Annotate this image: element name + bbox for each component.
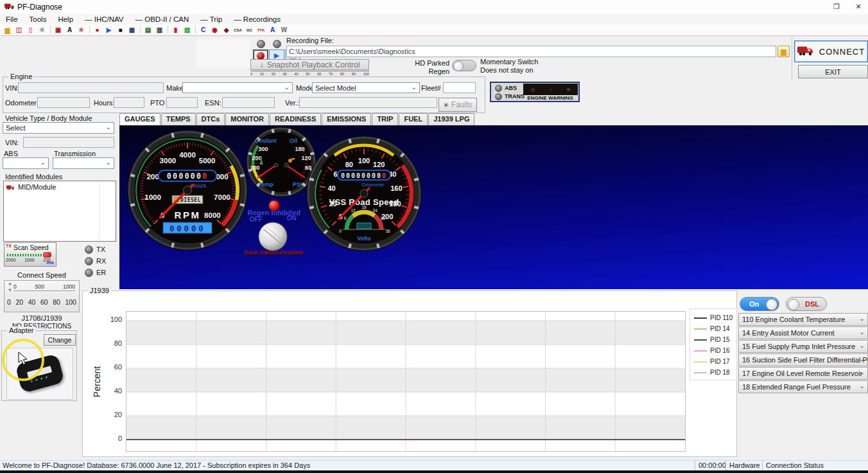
wabco-logo-icon[interactable]: W bbox=[279, 25, 290, 35]
menu-item-recordings[interactable]: — Recordings bbox=[228, 15, 286, 24]
connect-button[interactable]: CONNECT bbox=[794, 40, 868, 62]
make-select[interactable]: ⌄ bbox=[182, 82, 293, 93]
detroit-logo-icon[interactable]: ◉ bbox=[209, 25, 220, 35]
stop-lamp-icon: ● bbox=[549, 87, 552, 93]
pid-select-14[interactable]: 14 Entry Assist Motor Current⌄ bbox=[738, 326, 868, 339]
snapshot-playback-button[interactable]: ↓ Snapshot Playback Control bbox=[250, 59, 369, 70]
dash-switch-knob[interactable] bbox=[257, 221, 288, 253]
pid-select-17[interactable]: 17 Engine Oil Level Remote Reservoir⌄ bbox=[738, 367, 868, 380]
toggle-knob bbox=[766, 299, 777, 310]
menu-item-ihc-nav[interactable]: — IHC/NAV bbox=[79, 15, 130, 24]
truck-icon[interactable]: ▣ bbox=[53, 25, 64, 35]
fleet-field[interactable] bbox=[443, 82, 476, 93]
pid-select-15[interactable]: 15 Fuel Supply Pump Inlet Pressure⌄ bbox=[738, 340, 868, 353]
eraser-icon[interactable]: ▯ bbox=[25, 25, 36, 35]
pid-on-toggle[interactable]: On bbox=[740, 297, 779, 311]
legend-entry-pid-15: PID 15 bbox=[694, 334, 736, 345]
close-button[interactable]: ✕ bbox=[849, 0, 868, 13]
svg-text:RPM: RPM bbox=[175, 210, 201, 220]
settings-gear-icon[interactable]: ✳ bbox=[37, 25, 48, 35]
tab-bar: GAUGESTEMPSDTCsMONITORREADINESSEMISSIONS… bbox=[119, 113, 475, 125]
pid-select-value: 14 Entry Assist Motor Current bbox=[742, 329, 835, 337]
tab-emissions[interactable]: EMISSIONS bbox=[322, 113, 371, 125]
connect-speed-tick: 40 bbox=[28, 298, 36, 306]
dsl-toggle-label: DSL bbox=[805, 300, 819, 308]
browse-folder-button[interactable]: ▆ bbox=[777, 46, 790, 57]
tab-j1939-lpg[interactable]: J1939 LPG bbox=[428, 113, 474, 125]
connect-speed-gauge: ▼▼ 05001000 020406080100 bbox=[4, 280, 80, 312]
odometer-field[interactable] bbox=[37, 97, 90, 108]
stop-icon[interactable]: ■ bbox=[115, 25, 126, 35]
csa-logo-icon[interactable]: CSA bbox=[232, 25, 243, 35]
svg-text:Oil: Oil bbox=[290, 138, 297, 144]
connect-speed-bottom-scale: 020406080100 bbox=[7, 298, 76, 306]
vin-field[interactable] bbox=[18, 82, 164, 93]
svg-text:Coolant: Coolant bbox=[255, 138, 277, 144]
open-folder-icon[interactable]: ▆ bbox=[2, 25, 13, 35]
oc-logo-icon[interactable]: OC bbox=[244, 25, 255, 35]
svg-text:000000000: 000000000 bbox=[341, 172, 387, 179]
faults-button[interactable]: ✳ Faults bbox=[438, 98, 477, 112]
hd-parked-regen-toggle[interactable] bbox=[452, 60, 476, 71]
rpm-calendar-icon[interactable]: ▦ bbox=[126, 25, 137, 35]
vehicle-type-label: Vehicle Type / Body Module bbox=[5, 114, 92, 122]
scan-speed-indicator bbox=[43, 252, 51, 258]
svg-text:0: 0 bbox=[339, 229, 342, 233]
y-axis-tick-label: 20 bbox=[104, 411, 122, 418]
vehicle-type-select[interactable]: Select ⌄ bbox=[3, 122, 114, 134]
esn-field[interactable] bbox=[222, 97, 275, 108]
recording-file-input[interactable] bbox=[286, 46, 776, 57]
tab-temps[interactable]: TEMPS bbox=[161, 113, 196, 125]
record-icon[interactable]: ● bbox=[92, 25, 103, 35]
transmission-select[interactable]: ⌄ bbox=[53, 157, 114, 169]
identified-modules-list[interactable]: MID/Module bbox=[3, 181, 116, 242]
international-logo-icon[interactable]: ◆ bbox=[221, 25, 232, 35]
truck-icon bbox=[4, 3, 15, 10]
svg-text:100: 100 bbox=[250, 165, 259, 171]
maximize-button[interactable]: ❐ bbox=[825, 0, 848, 13]
chevron-down-icon: ⌄ bbox=[284, 84, 290, 91]
pid-select-16[interactable]: 16 Suction Side Fuel Filter Differential… bbox=[738, 353, 868, 366]
chip-icon[interactable]: ▧ bbox=[182, 25, 193, 35]
cummins-logo-icon[interactable]: C bbox=[198, 25, 209, 35]
svg-text:36: 36 bbox=[385, 229, 390, 233]
pto-field[interactable] bbox=[166, 97, 198, 108]
list-column-divider bbox=[99, 181, 100, 241]
model-select[interactable]: Select Model ⌄ bbox=[312, 82, 420, 93]
hours-field[interactable] bbox=[114, 97, 144, 108]
svg-text:Volts: Volts bbox=[357, 235, 370, 242]
menu-item-help[interactable]: Help bbox=[52, 15, 79, 24]
ttk-logo-icon[interactable]: TTK bbox=[256, 25, 266, 35]
menu-item-trip[interactable]: — Trip bbox=[195, 15, 228, 24]
road-hazard-icon[interactable]: A bbox=[64, 25, 75, 35]
abs-select[interactable]: ⌄ bbox=[3, 157, 49, 169]
gear-disabled-icon[interactable]: ✳ bbox=[76, 25, 87, 35]
menu-item-file[interactable]: File bbox=[0, 15, 24, 24]
tab-fuel[interactable]: FUEL bbox=[399, 113, 428, 125]
ver-field[interactable] bbox=[299, 97, 437, 108]
ecm-icon[interactable]: ▥ bbox=[154, 25, 165, 35]
connector-icon[interactable]: ◫ bbox=[13, 25, 24, 35]
dash-switch-caption: Dash Switch Position bbox=[241, 249, 306, 256]
menu-item-obd-ii-can[interactable]: — OBD-II / CAN bbox=[130, 15, 195, 24]
pgn-icon[interactable]: ▮ bbox=[170, 25, 181, 35]
sidebar-vin-field[interactable] bbox=[23, 137, 114, 148]
snapshot-playback-label: Snapshot Playback Control bbox=[267, 60, 360, 69]
tab-dtcs[interactable]: DTCs bbox=[196, 113, 225, 125]
play-icon[interactable]: ▶ bbox=[103, 25, 114, 35]
tab-gauges[interactable]: GAUGES bbox=[119, 113, 161, 125]
tab-trip[interactable]: TRIP bbox=[372, 113, 398, 125]
svg-text:100: 100 bbox=[358, 157, 370, 165]
pid-select-18[interactable]: 18 Extended Range Fuel Pressure⌄ bbox=[738, 380, 868, 393]
tab-monitor[interactable]: MONITOR bbox=[225, 113, 269, 125]
pid-select-110[interactable]: 110 Engine Coolant Temperature⌄ bbox=[738, 313, 868, 326]
connect-speed-tick: 100 bbox=[65, 298, 76, 306]
menu-item-tools[interactable]: Tools bbox=[24, 15, 53, 24]
tab-readiness[interactable]: READINESS bbox=[270, 113, 321, 125]
legend-label: PID 14 bbox=[710, 325, 730, 332]
can-s33-icon[interactable]: ▤ bbox=[143, 25, 153, 35]
allison-logo-icon[interactable]: A bbox=[267, 25, 278, 35]
exit-button[interactable]: EXIT bbox=[798, 65, 868, 78]
dsl-toggle[interactable]: DSL bbox=[786, 297, 827, 311]
change-adapter-button[interactable]: Change bbox=[44, 334, 76, 346]
